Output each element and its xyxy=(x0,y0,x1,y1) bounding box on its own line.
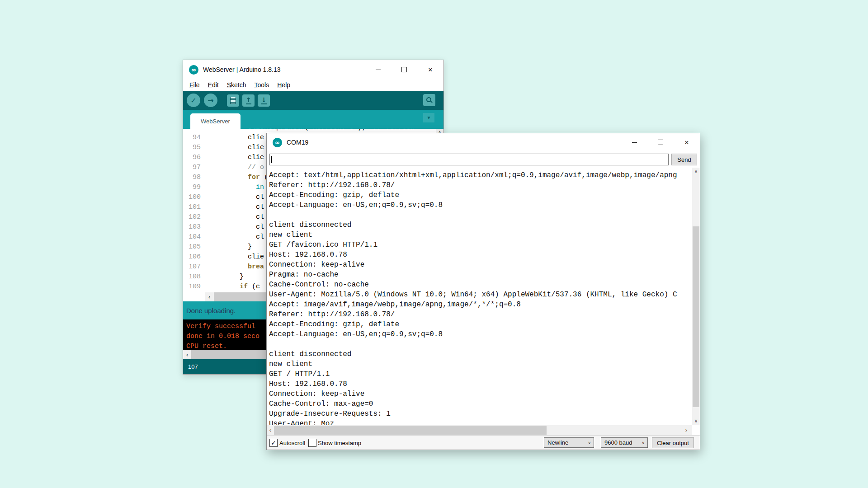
open-button[interactable]: ↑ xyxy=(242,94,255,107)
arduino-window-title: WebServer | Arduino 1.8.13 xyxy=(203,66,280,73)
checkmark-icon: ✓ xyxy=(271,439,276,446)
serial-output-line: new client xyxy=(269,230,692,240)
line-number: 93 xyxy=(183,129,205,133)
serial-output-line: GET / HTTP/1.1 xyxy=(269,369,692,379)
scroll-up-button[interactable]: ∧ xyxy=(692,168,700,175)
serial-vscroll-thumb[interactable] xyxy=(693,226,699,407)
document-icon xyxy=(230,97,236,104)
serial-output-line: Accept-Language: en-US,en;q=0.9,sv;q=0.8 xyxy=(269,329,692,339)
menu-item-edit[interactable]: Edit xyxy=(204,81,223,89)
line-indicator: 107 xyxy=(188,363,198,370)
line-number: 103 xyxy=(183,222,205,232)
dropdown-triangle-icon: ▼ xyxy=(427,115,431,120)
serial-output-line: GET /favicon.ico HTTP/1.1 xyxy=(269,240,692,250)
menu-item-file[interactable]: File xyxy=(185,81,204,89)
line-number: 100 xyxy=(183,192,205,202)
arduino-app-icon: ∞ xyxy=(189,65,198,75)
line-number: 95 xyxy=(183,143,205,153)
line-number: 104 xyxy=(183,232,205,242)
menu-item-sketch[interactable]: Sketch xyxy=(223,81,250,89)
minimize-button[interactable] xyxy=(621,133,647,151)
tab-dropdown-button[interactable]: ▼ xyxy=(423,113,434,122)
line-number: 99 xyxy=(183,183,205,192)
infinity-icon: ∞ xyxy=(191,66,196,73)
save-button[interactable]: ↓ xyxy=(258,94,270,107)
serial-input[interactable] xyxy=(269,154,669,165)
serial-output-line: Cache-Control: no-cache xyxy=(269,280,692,290)
arrow-right-icon: → xyxy=(208,96,213,105)
line-number: 106 xyxy=(183,252,205,262)
serial-monitor-button[interactable] xyxy=(423,94,435,106)
save-icon: ↓ xyxy=(261,97,267,104)
serial-output-line: Connection: keep-alive xyxy=(269,389,692,399)
line-number: 96 xyxy=(183,153,205,163)
serial-output-line: User-Agent: Mozilla/5.0 (Windows NT 10.0… xyxy=(269,290,692,300)
arduino-titlebar[interactable]: ∞ WebServer | Arduino 1.8.13 ✕ xyxy=(183,60,443,79)
serial-hscroll-thumb[interactable] xyxy=(274,426,547,435)
chevron-down-icon: ∨ xyxy=(588,441,591,445)
serial-vertical-scrollbar[interactable]: ∧ ∨ xyxy=(692,168,700,425)
menu-item-help[interactable]: Help xyxy=(273,81,294,89)
maximize-button[interactable] xyxy=(391,60,417,79)
serial-output-line: Accept-Encoding: gzip, deflate xyxy=(269,190,692,200)
line-number: 98 xyxy=(183,173,205,183)
minimize-button[interactable] xyxy=(365,60,391,79)
menu-item-tools[interactable]: Tools xyxy=(250,81,274,89)
line-number: 108 xyxy=(183,272,205,282)
line-number: 102 xyxy=(183,212,205,222)
editor-gutter: 9394959697989910010110210310410510610710… xyxy=(183,129,205,292)
serial-titlebar[interactable]: ∞ COM19 ✕ xyxy=(267,133,700,151)
maximize-icon xyxy=(658,140,663,145)
scroll-left-button[interactable]: ‹ xyxy=(205,292,214,301)
code-line-93: client.println("Refresh: 5"); // refresh xyxy=(205,129,443,133)
line-ending-select[interactable]: Newline ∨ xyxy=(544,437,594,448)
scroll-down-button[interactable]: ∨ xyxy=(692,418,700,425)
line-number: 94 xyxy=(183,133,205,143)
close-icon: ✕ xyxy=(428,67,433,73)
line-number: 105 xyxy=(183,242,205,252)
upload-button[interactable]: → xyxy=(204,94,217,107)
autoscroll-label: Autoscroll xyxy=(279,440,305,446)
text-caret xyxy=(271,156,272,163)
line-number: 107 xyxy=(183,262,205,272)
serial-output-line: Cache-Control: max-age=0 xyxy=(269,399,692,409)
clear-output-button[interactable]: Clear output xyxy=(652,437,694,448)
close-icon: ✕ xyxy=(684,140,689,145)
serial-output-line: Accept: text/html,application/xhtml+xml,… xyxy=(269,170,692,180)
editor-gutter-inner: 9394959697989910010110210310410510610710… xyxy=(183,129,205,292)
maximize-button[interactable] xyxy=(647,133,674,151)
scroll-left-button[interactable]: ‹ xyxy=(267,425,274,435)
serial-output-line: new client xyxy=(269,359,692,369)
timestamp-checkbox[interactable]: ✓ xyxy=(308,439,316,447)
serial-input-row: Send xyxy=(267,151,700,168)
serial-output-line: User-Agent: Moz xyxy=(269,419,692,425)
status-text: Done uploading. xyxy=(186,307,236,314)
serial-horizontal-scrollbar[interactable]: ‹ › xyxy=(267,425,692,435)
ide-toolbar: ✓ → ↑ ↓ xyxy=(183,91,443,110)
serial-monitor-window: ∞ COM19 ✕ Send Accept: text/html,applica… xyxy=(266,133,700,450)
close-button[interactable]: ✕ xyxy=(417,60,443,79)
chevron-down-icon: ∨ xyxy=(642,441,645,445)
serial-output-line: Pragma: no-cache xyxy=(269,270,692,280)
serial-output-line xyxy=(269,210,692,220)
serial-output-line: Host: 192.168.0.78 xyxy=(269,379,692,389)
new-sketch-button[interactable] xyxy=(227,94,239,107)
serial-bottom-bar: ✓ Autoscroll ✓ Show timestamp Newline ∨ … xyxy=(267,435,700,450)
line-number: 97 xyxy=(183,163,205,173)
tab-label: WebServer xyxy=(201,118,230,125)
tab-websever[interactable]: WebServer xyxy=(190,113,241,129)
serial-output-line: Referer: http://192.168.0.78/ xyxy=(269,180,692,190)
verify-button[interactable]: ✓ xyxy=(187,94,200,107)
scroll-left-button[interactable]: ‹ xyxy=(183,350,191,359)
close-button[interactable]: ✕ xyxy=(674,133,700,151)
desktop: { "icons": { "infinity": "∞", "check": "… xyxy=(0,0,868,488)
baud-rate-select[interactable]: 9600 baud ∨ xyxy=(601,437,648,448)
send-button[interactable]: Send xyxy=(671,154,697,165)
serial-output-line: Accept: image/avif,image/webp,image/apng… xyxy=(269,300,692,310)
autoscroll-checkbox[interactable]: ✓ xyxy=(269,439,278,447)
serial-output-line: client disconnected xyxy=(269,220,692,230)
scroll-right-button[interactable]: › xyxy=(683,425,690,435)
menu-bar: File Edit Sketch Tools Help xyxy=(183,79,443,91)
open-icon: ↑ xyxy=(246,97,251,104)
serial-output-line: Host: 192.168.0.78 xyxy=(269,250,692,260)
